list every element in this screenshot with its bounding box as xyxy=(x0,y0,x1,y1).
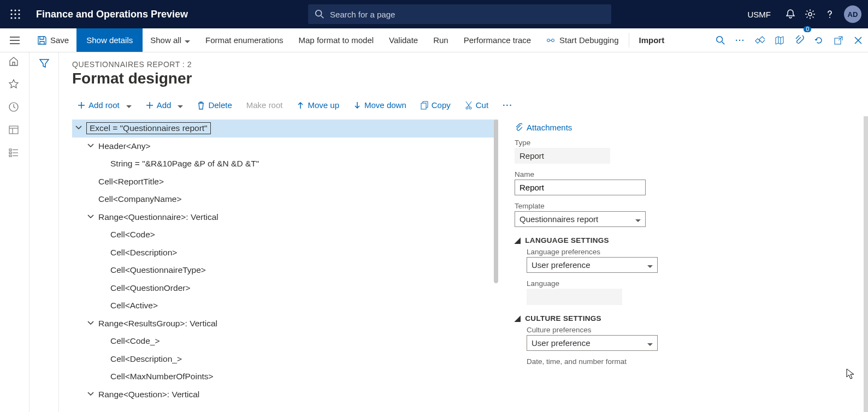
attachments-label: Attachments xyxy=(527,123,572,132)
properties-scrollbar[interactable] xyxy=(864,116,868,412)
tree-toolbar: Add root Add Delete Make root Move up Mo… xyxy=(72,97,868,116)
language-settings-section[interactable]: ◢ LANGUAGE SETTINGS xyxy=(515,236,841,244)
tree-row[interactable]: Cell<Code> xyxy=(72,226,498,244)
modules-icon[interactable] xyxy=(8,147,21,160)
filter-icon[interactable] xyxy=(39,58,50,412)
tree-row[interactable]: Cell<MaxNumberOfPoints> xyxy=(72,368,498,386)
move-up-label: Move up xyxy=(308,100,339,110)
delete-button[interactable]: Delete xyxy=(192,97,237,113)
culture-pref-label: Culture preferences xyxy=(527,326,841,334)
close-icon[interactable] xyxy=(848,28,868,52)
svg-point-19 xyxy=(717,36,723,42)
chevron-down-icon xyxy=(644,260,653,270)
tree-row[interactable]: Header<Any> xyxy=(72,138,498,156)
more-tree-actions[interactable]: ··· xyxy=(497,97,518,113)
cut-button[interactable]: Cut xyxy=(459,97,494,113)
move-down-label: Move down xyxy=(364,100,406,110)
tree-scrollbar[interactable] xyxy=(494,120,498,283)
svg-point-0 xyxy=(10,9,12,11)
template-select[interactable]: Questionnaires report xyxy=(515,211,646,227)
tree-row[interactable]: Cell<Description> xyxy=(72,244,498,262)
language-pref-select[interactable]: User preference xyxy=(527,257,658,273)
add-button[interactable]: Add xyxy=(140,97,189,113)
cut-label: Cut xyxy=(476,100,488,110)
tree-node-label: String = "&R&10Page &P of &N &D &T" xyxy=(110,159,259,169)
attachments-badge: 0 xyxy=(804,26,811,32)
bell-icon[interactable] xyxy=(785,9,796,20)
template-value: Questionnaires report xyxy=(519,214,598,224)
tree-row[interactable]: Cell<ReportTitle> xyxy=(72,173,498,191)
properties-panel: Format Mapping Transformations Validatio… xyxy=(498,116,868,412)
refresh-icon[interactable] xyxy=(809,28,829,52)
performance-trace-button[interactable]: Performance trace xyxy=(456,28,539,52)
more-actions-icon[interactable]: ··· xyxy=(730,28,750,52)
recent-icon[interactable] xyxy=(8,101,21,115)
tree-node-label: Cell<QuestionnaireType> xyxy=(110,265,206,275)
tree-row[interactable]: Excel = "Questionnaires report" xyxy=(72,120,498,138)
culture-pref-value: User preference xyxy=(532,338,591,348)
gear-icon[interactable] xyxy=(805,9,816,20)
culture-settings-section[interactable]: ◢ CULTURE SETTINGS xyxy=(515,314,841,323)
tree-row[interactable]: Cell<Description_> xyxy=(72,350,498,368)
attachments-icon[interactable]: 0 xyxy=(789,28,809,52)
tree-row[interactable]: Cell<CompanyName> xyxy=(72,190,498,208)
nav-rail xyxy=(0,52,29,412)
tree-row[interactable]: Cell<Code_> xyxy=(72,332,498,350)
star-icon[interactable] xyxy=(8,79,21,92)
svg-point-42 xyxy=(469,107,471,109)
format-tree[interactable]: Excel = "Questionnaires report"Header<An… xyxy=(72,116,498,403)
tree-row[interactable]: Cell<Active> xyxy=(72,297,498,315)
show-details-label: Show details xyxy=(86,35,133,45)
map-icon[interactable] xyxy=(770,28,789,52)
expand-icon[interactable] xyxy=(87,213,95,221)
map-format-button[interactable]: Map format to model xyxy=(291,28,382,52)
tree-node-label: Cell<Description_> xyxy=(110,354,182,364)
help-icon[interactable] xyxy=(824,9,835,20)
workspaces-icon[interactable] xyxy=(8,124,21,138)
show-details-button[interactable]: Show details xyxy=(76,28,143,52)
avatar[interactable]: AD xyxy=(844,5,861,23)
format-enumerations-button[interactable]: Format enumerations xyxy=(198,28,291,52)
copy-button[interactable]: Copy xyxy=(415,97,456,113)
svg-point-11 xyxy=(808,13,812,16)
expand-icon[interactable] xyxy=(75,124,83,132)
date-format-label: Date, time, and number format xyxy=(527,357,841,366)
legal-entity-picker[interactable]: USMF xyxy=(742,7,777,22)
tree-row[interactable]: Range<Question>: Vertical xyxy=(72,386,498,404)
expand-icon[interactable] xyxy=(87,142,95,150)
tree-node-label: Excel = "Questionnaires report" xyxy=(86,122,211,134)
save-label: Save xyxy=(50,35,69,45)
svg-point-41 xyxy=(466,107,468,109)
search-input[interactable]: Search for a page xyxy=(308,4,611,24)
popout-icon[interactable] xyxy=(829,28,848,52)
tree-row[interactable]: Cell<QuestionnaireType> xyxy=(72,261,498,279)
move-down-button[interactable]: Move down xyxy=(348,97,412,113)
run-button[interactable]: Run xyxy=(426,28,456,52)
chevron-down-icon xyxy=(174,100,183,110)
language-section-label: LANGUAGE SETTINGS xyxy=(525,236,609,244)
search-action-icon[interactable] xyxy=(711,28,730,52)
tree-row[interactable]: Range<Questionnaire>: Vertical xyxy=(72,208,498,226)
expand-icon[interactable] xyxy=(87,320,95,327)
tree-row[interactable]: String = "&R&10Page &P of &N &D &T" xyxy=(72,155,498,173)
tree-row[interactable]: Cell<QuestionOrder> xyxy=(72,279,498,297)
start-debugging-button[interactable]: Start Debugging xyxy=(539,28,626,52)
navpane-toggle[interactable] xyxy=(0,28,29,52)
attachments-button[interactable]: Attachments xyxy=(515,123,841,132)
expand-icon[interactable] xyxy=(87,391,95,398)
name-input[interactable] xyxy=(515,180,646,195)
diamond-icon[interactable] xyxy=(750,28,770,52)
tree-node-label: Range<ResultsGroup>: Vertical xyxy=(98,319,217,329)
svg-point-4 xyxy=(14,13,16,15)
add-root-button[interactable]: Add root xyxy=(72,97,137,113)
home-icon[interactable] xyxy=(8,56,21,69)
validate-button[interactable]: Validate xyxy=(381,28,426,52)
culture-pref-select[interactable]: User preference xyxy=(527,335,658,351)
move-up-button[interactable]: Move up xyxy=(291,97,345,113)
main-area: QUESTIONNAIRES REPORT : 2 Format designe… xyxy=(59,52,868,412)
tree-row[interactable]: Range<ResultsGroup>: Vertical xyxy=(72,315,498,333)
save-button[interactable]: Save xyxy=(29,28,76,52)
show-all-button[interactable]: Show all xyxy=(143,28,198,52)
waffle-icon[interactable] xyxy=(7,5,24,23)
import-button[interactable]: Import xyxy=(631,28,672,52)
